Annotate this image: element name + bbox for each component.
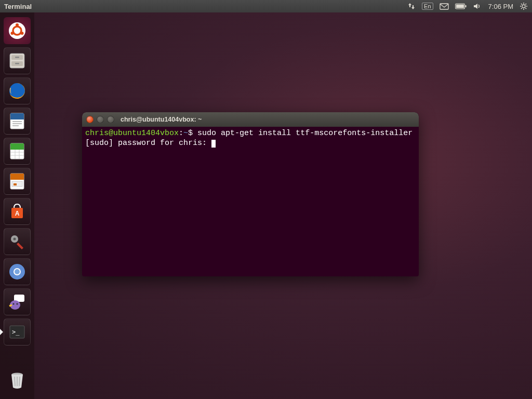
launcher-impress[interactable] [4, 168, 31, 195]
svg-line-55 [19, 377, 20, 386]
gear-icon [520, 2, 528, 10]
window-maximize-button[interactable] [107, 116, 114, 123]
launcher-terminal[interactable]: >_ [4, 318, 31, 345]
svg-line-9 [521, 4, 522, 5]
keyboard-indicator[interactable]: En [422, 3, 433, 10]
launcher-pidgin[interactable] [4, 288, 31, 315]
svg-text:A: A [15, 210, 20, 217]
svg-rect-22 [15, 63, 19, 64]
ubuntu-logo-icon [7, 20, 28, 41]
svg-point-42 [14, 238, 16, 241]
command-text: sudo apt-get install ttf-mscorefonts-ins… [197, 129, 413, 138]
terminal-cursor [211, 140, 216, 148]
prompt-suffix: $ [188, 129, 193, 138]
network-indicator[interactable] [407, 2, 416, 10]
launcher-dash[interactable] [4, 17, 31, 44]
svg-point-48 [12, 303, 14, 304]
chromium-icon [7, 261, 28, 282]
shopping-bag-icon: A [7, 201, 28, 222]
clock[interactable]: 7:06 PM [488, 3, 513, 10]
svg-point-16 [21, 32, 24, 35]
svg-point-15 [16, 23, 19, 26]
launcher-software-center[interactable]: A [4, 198, 31, 225]
envelope-icon [440, 3, 449, 10]
svg-rect-26 [12, 121, 22, 122]
window-close-button[interactable] [86, 116, 94, 123]
launcher-files[interactable] [4, 47, 31, 74]
launcher-calc[interactable] [4, 138, 31, 165]
svg-rect-38 [14, 183, 17, 185]
pidgin-icon [7, 291, 28, 312]
terminal-title: chris@ubuntu1404vbox: ~ [121, 116, 202, 123]
svg-line-53 [15, 377, 15, 386]
terminal-body[interactable]: chris@ubuntu1404vbox:~$ sudo apt-get ins… [82, 127, 419, 151]
launcher: A >_ [0, 12, 34, 399]
trash-icon [6, 369, 29, 392]
prompt-path: ~ [183, 129, 188, 138]
launcher-writer[interactable] [4, 108, 31, 135]
svg-point-4 [522, 5, 525, 8]
terminal-icon: >_ [7, 322, 28, 342]
launcher-firefox[interactable] [4, 77, 31, 104]
messages-indicator[interactable] [440, 3, 449, 10]
svg-line-10 [525, 8, 526, 9]
calc-icon [7, 141, 28, 162]
svg-text:>_: >_ [12, 328, 20, 336]
sudo-password-prompt: [sudo] password for chris: [85, 139, 211, 148]
battery-icon [455, 3, 467, 9]
session-indicator[interactable] [520, 2, 528, 10]
svg-line-12 [521, 8, 522, 9]
svg-rect-3 [456, 5, 464, 8]
svg-point-49 [16, 303, 18, 304]
launcher-trash[interactable] [4, 367, 31, 394]
active-app-name: Terminal [4, 3, 32, 10]
file-cabinet-icon [7, 50, 28, 71]
svg-rect-21 [15, 57, 19, 58]
launcher-settings[interactable] [4, 228, 31, 255]
svg-rect-36 [10, 174, 24, 180]
launcher-chromium[interactable] [4, 258, 31, 285]
window-minimize-button[interactable] [97, 116, 104, 123]
prompt-userhost: chris@ubuntu1404vbox [85, 129, 179, 138]
svg-rect-25 [10, 113, 24, 119]
svg-rect-28 [12, 125, 19, 126]
top-panel: Terminal En 7:06 PM [0, 0, 532, 12]
impress-icon [7, 171, 28, 192]
svg-rect-2 [465, 5, 466, 7]
keyboard-label: En [424, 3, 431, 9]
wrench-gear-icon [7, 231, 28, 252]
terminal-titlebar[interactable]: chris@ubuntu1404vbox: ~ [82, 112, 419, 127]
firefox-icon [7, 81, 28, 101]
writer-icon [7, 111, 28, 131]
terminal-line-2: [sudo] password for chris: [85, 139, 416, 149]
battery-indicator[interactable] [455, 3, 467, 9]
svg-point-17 [11, 32, 14, 35]
svg-rect-0 [440, 4, 448, 9]
svg-line-11 [525, 4, 526, 5]
terminal-window[interactable]: chris@ubuntu1404vbox: ~ chris@ubuntu1404… [82, 112, 419, 276]
updown-arrows-icon [407, 2, 416, 10]
volume-icon [473, 2, 481, 10]
terminal-line-1: chris@ubuntu1404vbox:~$ sudo apt-get ins… [85, 129, 416, 139]
sound-indicator[interactable] [473, 2, 481, 10]
svg-rect-27 [12, 123, 22, 124]
svg-rect-30 [10, 143, 24, 150]
svg-point-45 [15, 269, 20, 274]
